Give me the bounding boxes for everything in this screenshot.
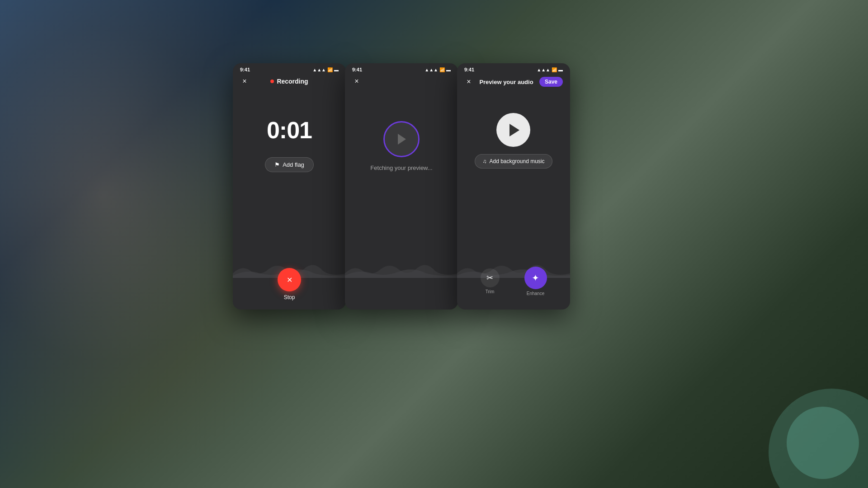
phone-header-1: × Recording [233,74,346,89]
status-time-3: 9:41 [464,67,474,72]
stop-icon: ✕ [287,276,292,284]
recording-label: Recording [277,78,308,85]
play-btn-outline[interactable] [383,121,420,157]
status-icons-3: ▲▲▲ 📶 ▬ [537,67,563,72]
flag-icon: ⚑ [274,161,280,168]
trim-label: Trim [486,289,495,294]
signal-icon-2: ▲▲▲ [425,67,438,72]
play-btn-container-2: Fetching your preview... [370,121,432,171]
signal-icon-1: ▲▲▲ [312,67,326,72]
sparkle-icon: ✦ [532,272,539,283]
close-button-2[interactable]: × [352,77,361,86]
enhance-icon: ✦ [524,267,547,289]
phone2-bottom-space [345,273,458,310]
status-time-2: 9:41 [352,67,362,72]
enhance-label: Enhance [527,291,544,296]
trim-tool[interactable]: ✂ Trim [481,268,500,294]
music-icon: ♫ [482,158,486,164]
play-btn-container-3: ♫ Add background music [475,113,552,169]
scissors-icon: ✂ [486,273,493,283]
wifi-icon-3: 📶 [552,67,557,72]
signal-icon-3: ▲▲▲ [537,67,550,72]
battery-icon-2: ▬ [446,67,451,72]
fetching-label: Fetching your preview... [370,164,432,171]
play-circle-wrapper [383,121,420,157]
wifi-icon-2: 📶 [439,67,445,72]
phone2-content: Fetching your preview... [345,89,458,273]
timer-display: 0:01 [267,117,312,144]
add-flag-label: Add flag [283,161,304,168]
stop-button[interactable]: ✕ [278,268,301,291]
phone-fetching: 9:41 ▲▲▲ 📶 ▬ × Fetching your preview... [345,63,458,310]
stop-label: Stop [284,294,295,300]
waveform-2 [345,255,458,278]
status-bar-2: 9:41 ▲▲▲ 📶 ▬ [345,63,458,74]
status-icons-2: ▲▲▲ 📶 ▬ [425,67,451,72]
add-music-button[interactable]: ♫ Add background music [475,154,552,169]
decorative-circle-inner [787,407,859,479]
add-flag-button[interactable]: ⚑ Add flag [265,157,314,172]
wifi-icon-1: 📶 [327,67,333,72]
save-button[interactable]: Save [539,77,563,87]
status-bar-3: 9:41 ▲▲▲ 📶 ▬ [457,63,570,74]
battery-icon-1: ▬ [334,67,339,72]
recording-dot [270,80,274,83]
recording-title: Recording [270,78,308,85]
add-music-label: Add background music [489,158,544,164]
battery-icon-3: ▬ [558,67,563,72]
status-icons-1: ▲▲▲ 📶 ▬ [312,67,339,72]
phone-header-2: × [345,74,458,89]
play-button-3[interactable] [496,113,530,147]
trim-icon: ✂ [481,268,500,287]
play-icon-2 [398,134,406,145]
status-bar-1: 9:41 ▲▲▲ 📶 ▬ [233,63,346,74]
phone-preview: 9:41 ▲▲▲ 📶 ▬ × Preview your audio Save ♫… [457,63,570,310]
decorative-circles [732,352,868,488]
close-button-3[interactable]: × [464,77,473,86]
phone-header-3: × Preview your audio Save [457,74,570,90]
enhance-tool[interactable]: ✦ Enhance [524,267,547,296]
preview-title: Preview your audio [479,79,533,85]
close-button-1[interactable]: × [240,77,249,86]
phone-recording: 9:41 ▲▲▲ 📶 ▬ × Recording 0:01 ⚑ Add flag [233,63,346,310]
stop-button-container: ✕ Stop [278,268,301,300]
phones-container: 9:41 ▲▲▲ 📶 ▬ × Recording 0:01 ⚑ Add flag [233,63,570,310]
play-icon-3 [509,124,519,136]
status-time-1: 9:41 [240,67,250,72]
bottom-tools: ✂ Trim ✦ Enhance [457,267,570,296]
